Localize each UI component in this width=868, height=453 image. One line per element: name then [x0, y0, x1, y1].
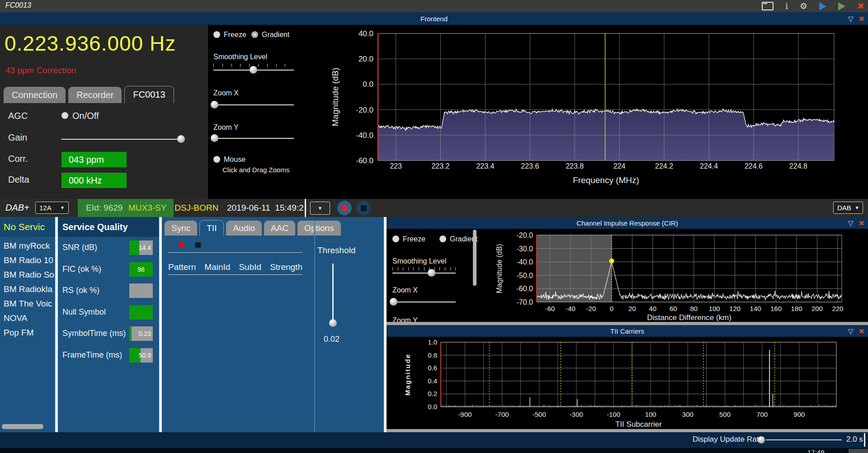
quality-row: Null Symbol: [58, 305, 159, 321]
column-pattern[interactable]: Pattern: [168, 262, 196, 272]
dropdown-button[interactable]: ▼: [310, 202, 330, 215]
column-subid[interactable]: SubId: [239, 262, 261, 272]
service-list-item[interactable]: NOVA: [0, 311, 55, 326]
collapse-icon[interactable]: ▽: [848, 15, 854, 22]
play-icon-green[interactable]: [838, 2, 845, 10]
svg-text:224.6: 224.6: [745, 162, 763, 170]
svg-text:160: 160: [770, 305, 782, 312]
svg-text:223.2: 223.2: [431, 162, 449, 170]
frontend-close-icon[interactable]: ✖: [859, 15, 864, 22]
quality-bar: 0.23: [129, 326, 153, 341]
stop-indicator-icon[interactable]: [195, 242, 201, 248]
cir-zoom-x-slider-thumb[interactable]: [390, 298, 397, 306]
cir-chart[interactable]: -20.0-30.0-40.0-50.0-60.0-70.0-60-40-200…: [477, 229, 868, 322]
stop-button[interactable]: [356, 201, 371, 215]
service-list-header: No Servic: [0, 217, 55, 237]
quality-row: SNR (dB)14.4: [58, 241, 159, 257]
mouse-radio[interactable]: [213, 156, 220, 163]
service-list-item[interactable]: BM Radio So: [0, 268, 55, 282]
taskbar-corner[interactable]: [849, 449, 868, 453]
spectrum-chart[interactable]: 40.020.00.0-20.0-40.0-60.0223223.2223.42…: [316, 25, 868, 199]
tii-chart[interactable]: 1.00.80.60.40.20.0-900-700-500-300-10010…: [387, 337, 868, 432]
threshold-slider[interactable]: [332, 264, 334, 321]
close-icon[interactable]: ✖: [857, 2, 864, 10]
cir-horizontal-scrollbar[interactable]: [387, 322, 868, 325]
gradient-radio[interactable]: [251, 31, 258, 38]
zoom-y-slider[interactable]: [213, 138, 294, 139]
svg-text:0: 0: [610, 305, 613, 312]
output-mode-select[interactable]: DAB ▼: [833, 202, 863, 214]
svg-text:220: 220: [832, 305, 843, 312]
gain-slider-thumb[interactable]: [177, 135, 185, 143]
tii-close-icon[interactable]: ✖: [859, 328, 864, 335]
cir-gradient-radio[interactable]: [439, 236, 446, 242]
channel-select[interactable]: 12A ▼: [35, 202, 69, 214]
tab-aac[interactable]: AAC: [264, 221, 295, 236]
divider: [864, 433, 865, 447]
tab-fc0013[interactable]: FC0013: [124, 86, 174, 103]
record-button[interactable]: [337, 201, 352, 215]
svg-text:-70.0: -70.0: [517, 298, 533, 306]
quality-value: 0.23: [129, 326, 153, 341]
play-icon-blue[interactable]: [819, 2, 826, 10]
quality-value: 98: [129, 262, 153, 277]
cir-zoom-x-slider[interactable]: [392, 302, 456, 302]
collapse-icon[interactable]: ▽: [848, 328, 854, 335]
svg-text:-300: -300: [570, 411, 583, 418]
svg-text:Magnitude (dB): Magnitude (dB): [330, 68, 340, 127]
column-strength[interactable]: Strength: [270, 262, 302, 272]
collapse-icon[interactable]: ▽: [848, 220, 854, 226]
service-list-item[interactable]: BM myRock: [0, 239, 55, 253]
record-indicator-icon[interactable]: [179, 242, 184, 248]
zoom-y-slider-thumb[interactable]: [211, 134, 218, 142]
service-list-item[interactable]: BM Radiokla: [0, 282, 55, 297]
threshold-slider-thumb[interactable]: [329, 319, 337, 327]
zoom-x-slider[interactable]: [213, 104, 294, 105]
service-list-scrollbar[interactable]: [2, 424, 43, 429]
svg-text:140: 140: [750, 305, 761, 312]
delta-value-badge: 000 kHz: [61, 173, 127, 188]
chevron-down-icon: ▼: [855, 205, 859, 210]
info-icon[interactable]: i: [785, 2, 788, 10]
tab-recorder[interactable]: Recorder: [68, 87, 122, 103]
quality-label: SymbolTime (ms): [62, 329, 126, 338]
svg-text:-50.0: -50.0: [517, 272, 533, 279]
frontend-panel-title: Frontend: [420, 15, 448, 23]
service-list-item[interactable]: BM Radio 10: [0, 253, 55, 268]
separator-line: [168, 252, 302, 253]
window-icon[interactable]: [762, 2, 774, 10]
svg-text:100: 100: [645, 411, 656, 418]
cir-smoothing-slider-thumb[interactable]: [428, 269, 435, 277]
mux-name-label: MUX3-SY: [128, 199, 166, 217]
svg-text:223.6: 223.6: [521, 162, 539, 170]
settings-gear-icon[interactable]: ⚙: [800, 2, 807, 10]
svg-text:60: 60: [670, 305, 677, 312]
cir-vertical-scrollbar[interactable]: [473, 230, 476, 286]
quality-value: 14.4: [129, 241, 153, 255]
tab-options[interactable]: Options: [297, 221, 340, 236]
service-list-item[interactable]: BM The Voic: [0, 297, 55, 311]
quality-bar: [129, 283, 153, 298]
service-list-item[interactable]: Pop FM: [0, 326, 55, 340]
cir-freeze-radio[interactable]: [392, 236, 399, 242]
column-mainid[interactable]: MainId: [204, 262, 230, 272]
gain-slider[interactable]: [61, 139, 184, 140]
tii-horizontal-scrollbar[interactable]: [387, 429, 868, 432]
tab-audio[interactable]: Audio: [226, 221, 262, 236]
freeze-radio[interactable]: [213, 31, 220, 38]
cir-smoothing-slider[interactable]: [392, 273, 456, 274]
agc-radio[interactable]: [61, 112, 68, 119]
quality-row: FIC (ok %)98: [58, 262, 159, 278]
update-rate-slider-thumb[interactable]: [758, 436, 765, 444]
quality-label: Null Symbol: [62, 307, 106, 317]
svg-text:223: 223: [390, 162, 402, 170]
zoom-x-slider-thumb[interactable]: [211, 101, 218, 109]
cir-close-icon[interactable]: ✖: [859, 220, 864, 226]
tab-sync[interactable]: Sync: [165, 221, 197, 236]
svg-text:1.0: 1.0: [428, 338, 437, 346]
svg-text:40.0: 40.0: [359, 29, 373, 38]
update-rate-slider[interactable]: [766, 439, 842, 440]
tab-tii[interactable]: TII: [199, 220, 224, 236]
smoothing-slider-thumb[interactable]: [250, 66, 257, 74]
tab-connection[interactable]: Connection: [4, 87, 66, 103]
